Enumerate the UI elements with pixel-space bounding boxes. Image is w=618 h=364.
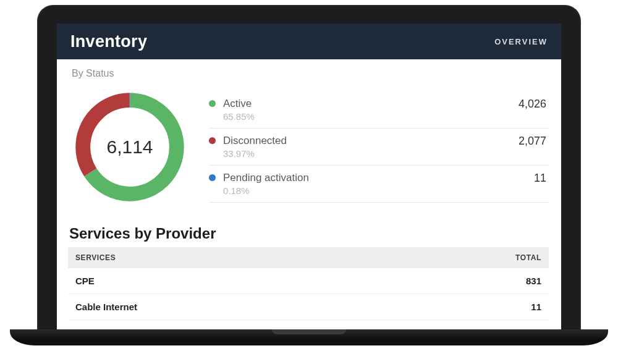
table-row[interactable]: Cable Internet 11 xyxy=(68,294,549,320)
app-screen: Inventory OVERVIEW By Status xyxy=(57,23,561,329)
providers-table: SERVICES TOTAL CPE 831 Cable Internet 11 xyxy=(68,247,549,320)
status-legend: Active 65.85% 4,026 Disconnected xyxy=(209,91,549,203)
service-name: CPE xyxy=(68,268,382,294)
legend-row-disconnected[interactable]: Disconnected 33.97% 2,077 xyxy=(209,129,549,166)
legend-name: Active xyxy=(223,98,255,110)
legend-pct: 65.85% xyxy=(223,111,255,122)
legend-name: Disconnected xyxy=(223,135,287,147)
by-status-row: 6,114 Active 65.85% 4,026 xyxy=(68,85,549,209)
legend-row-active[interactable]: Active 65.85% 4,026 xyxy=(209,91,549,129)
providers-heading: Services by Provider xyxy=(69,225,549,242)
dot-icon xyxy=(209,174,216,181)
dot-icon xyxy=(209,137,216,144)
status-donut-chart: 6,114 xyxy=(68,85,192,209)
laptop-base xyxy=(10,329,608,345)
service-total: 831 xyxy=(382,268,549,294)
overview-nav-link[interactable]: OVERVIEW xyxy=(494,37,548,46)
col-services[interactable]: SERVICES xyxy=(68,247,382,268)
service-total: 11 xyxy=(382,294,549,320)
legend-count: 2,077 xyxy=(519,135,546,148)
legend-count: 4,026 xyxy=(519,98,546,111)
legend-row-pending[interactable]: Pending activation 0.18% 11 xyxy=(209,166,549,203)
legend-count: 11 xyxy=(534,172,546,185)
dot-icon xyxy=(209,100,216,107)
page-title: Inventory xyxy=(70,32,147,51)
by-status-label: By Status xyxy=(72,68,549,79)
donut-total: 6,114 xyxy=(68,85,192,209)
content-area: By Status 6,114 xyxy=(57,59,561,320)
legend-name: Pending activation xyxy=(223,172,309,184)
service-name-link[interactable]: Cable Internet xyxy=(68,294,382,320)
laptop-mockup: Inventory OVERVIEW By Status xyxy=(37,5,581,345)
laptop-bezel: Inventory OVERVIEW By Status xyxy=(37,5,581,329)
legend-pct: 0.18% xyxy=(223,185,309,196)
app-header: Inventory OVERVIEW xyxy=(57,23,561,59)
col-total[interactable]: TOTAL xyxy=(382,247,549,268)
table-row[interactable]: CPE 831 xyxy=(68,268,549,294)
legend-pct: 33.97% xyxy=(223,148,287,159)
